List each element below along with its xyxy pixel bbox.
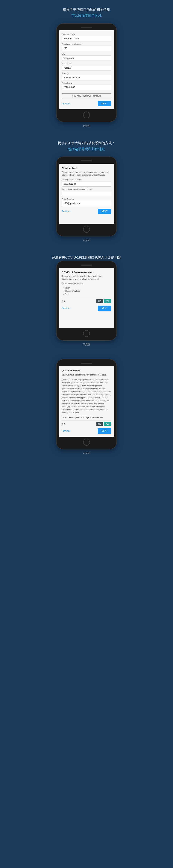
yes-no-group-quarantine: NO YES <box>96 422 111 426</box>
postal-input[interactable] <box>62 65 111 70</box>
street-input[interactable] <box>62 46 111 51</box>
phone-home-4 <box>83 439 90 445</box>
symptom-fever: Fever <box>63 292 111 296</box>
phone-screen-1: Destination type Street name and number … <box>59 30 114 109</box>
demo-label-4: 示意图 <box>83 452 90 455</box>
destination-type-input[interactable] <box>62 36 111 41</box>
phone-home-2 <box>83 226 90 232</box>
yes-button-quarantine[interactable]: YES <box>104 422 111 426</box>
phone-mockup-3: COVID-19 Self-Assessment Are you or any … <box>57 261 116 340</box>
phone-speaker-2 <box>81 160 92 161</box>
phone-home-1 <box>83 112 90 118</box>
primary-phone-group: Primary Phone Number <box>62 179 111 187</box>
primary-phone-label: Primary Phone Number <box>62 179 111 181</box>
next-button-3[interactable]: NEXT <box>98 306 111 311</box>
quarantine-question-title: Do you have a plan for 14 days of quaran… <box>62 416 111 419</box>
next-button-2[interactable]: NEXT <box>98 209 111 214</box>
quarantine-question-label: 9. A. <box>62 423 66 425</box>
next-button-1[interactable]: NEXT <box>98 101 111 106</box>
primary-phone-input[interactable] <box>62 181 111 187</box>
destination-section: 填报关于行程目的地的相关信息 可以添加不同目的地 Destination typ… <box>0 0 173 133</box>
phone-home-3 <box>83 330 90 337</box>
nav-row-2: Previous NEXT <box>62 209 111 214</box>
date-input[interactable] <box>62 85 111 90</box>
city-input[interactable] <box>62 56 111 61</box>
no-button-quarantine[interactable]: NO <box>96 422 103 426</box>
covid-title: COVID-19 Self-Assessment <box>62 271 111 274</box>
street-label: Street name and number <box>62 43 111 45</box>
quarantine-title: Quarantine Plan <box>62 369 111 372</box>
section1-title: 填报关于行程目的地的相关信息 <box>63 7 110 12</box>
phone-mockup-4: Quarantine Plan You must have a quaranti… <box>57 360 116 449</box>
previous-button-1[interactable]: Previous <box>62 102 71 105</box>
yes-button-covid[interactable]: YES <box>104 300 111 303</box>
next-button-4[interactable]: NEXT <box>98 428 111 434</box>
date-label: Date of arrival <box>62 82 111 84</box>
city-label: City <box>62 53 111 55</box>
demo-label-3: 示意图 <box>83 343 90 346</box>
symptoms-label: Symptoms are defined as: <box>62 282 111 285</box>
nav-row-1: Previous NEXT <box>62 101 111 106</box>
province-group: Province <box>62 72 111 80</box>
street-group: Street name and number <box>62 43 111 51</box>
covid-desc: Are you or any of the travellers listed … <box>62 275 111 280</box>
destination-type-label: Destination type <box>62 33 111 35</box>
contact-desc: Please provide your primary telephone nu… <box>62 171 111 177</box>
nav-row-4: Previous NEXT <box>62 428 111 434</box>
phone-speaker-1 <box>81 27 92 28</box>
contact-section: 提供在加拿大境内能被联系到的方式： 包括电话号码和邮件地址 Contact In… <box>0 133 173 248</box>
postal-label: Postal Code <box>62 63 111 65</box>
demo-label-1: 示意图 <box>83 124 90 128</box>
destination-type-group: Destination type <box>62 33 111 41</box>
province-label: Province <box>62 72 111 74</box>
nav-row-3: Previous NEXT <box>62 306 111 311</box>
secondary-phone-group: Secondary Phone Number (optional) <box>62 188 111 196</box>
phone-speaker-3 <box>81 265 92 266</box>
city-group: City <box>62 53 111 61</box>
covid-question-label: 8. A. <box>62 300 66 302</box>
quarantine-question-row: 9. A. NO YES <box>62 422 111 426</box>
contact-title: Contact Info <box>62 167 111 170</box>
secondary-phone-label: Secondary Phone Number (optional) <box>62 188 111 190</box>
phone-screen-2: Contact Info Please provide your primary… <box>59 164 114 224</box>
covid-question-row: 8. A. NO YES <box>62 300 111 303</box>
email-label: Email Address <box>62 198 111 200</box>
section3-title: 完成有关COVID-19自测和自我隔离计划的问题 <box>52 255 121 260</box>
email-input[interactable] <box>62 201 111 206</box>
date-group: Date of arrival <box>62 82 111 90</box>
postal-group: Postal Code <box>62 63 111 70</box>
no-button-covid[interactable]: NO <box>96 300 103 303</box>
demo-label-2: 示意图 <box>83 239 90 242</box>
quarantine-section: Quarantine Plan You must have a quaranti… <box>0 352 173 461</box>
symptom-cough: Cough <box>63 286 111 289</box>
phone-speaker-4 <box>81 363 92 364</box>
phone-mockup-2: Contact Info Please provide your primary… <box>57 157 116 236</box>
quarantine-para1: You must have a quarantine plan for the … <box>62 373 111 376</box>
add-destination-button[interactable]: ADD ANOTHER DESTINATION <box>62 93 111 98</box>
previous-button-4[interactable]: Previous <box>62 430 71 432</box>
phone-screen-4: Quarantine Plan You must have a quaranti… <box>59 366 114 437</box>
previous-button-2[interactable]: Previous <box>62 210 71 213</box>
symptom-list: Cough Difficulty breathing Fever <box>62 286 111 296</box>
email-group: Email Address <box>62 198 111 206</box>
covid-section: 完成有关COVID-19自测和自我隔离计划的问题 COVID-19 Self-A… <box>0 248 173 352</box>
section2-title: 提供在加拿大境内能被联系到的方式： <box>58 141 115 145</box>
quarantine-para2: Quarantine means staying home and avoidi… <box>62 378 111 414</box>
previous-button-3[interactable]: Previous <box>62 307 71 310</box>
province-input[interactable] <box>62 75 111 80</box>
section2-subtitle: 包括电话号码和邮件地址 <box>68 147 105 151</box>
section1-subtitle: 可以添加不同目的地 <box>71 13 102 18</box>
symptom-breathing: Difficulty breathing <box>63 289 111 292</box>
secondary-phone-input[interactable] <box>62 191 111 196</box>
phone-screen-3: COVID-19 Self-Assessment Are you or any … <box>59 268 114 328</box>
yes-no-group-covid: NO YES <box>96 300 111 303</box>
phone-mockup-1: Destination type Street name and number … <box>57 24 116 122</box>
